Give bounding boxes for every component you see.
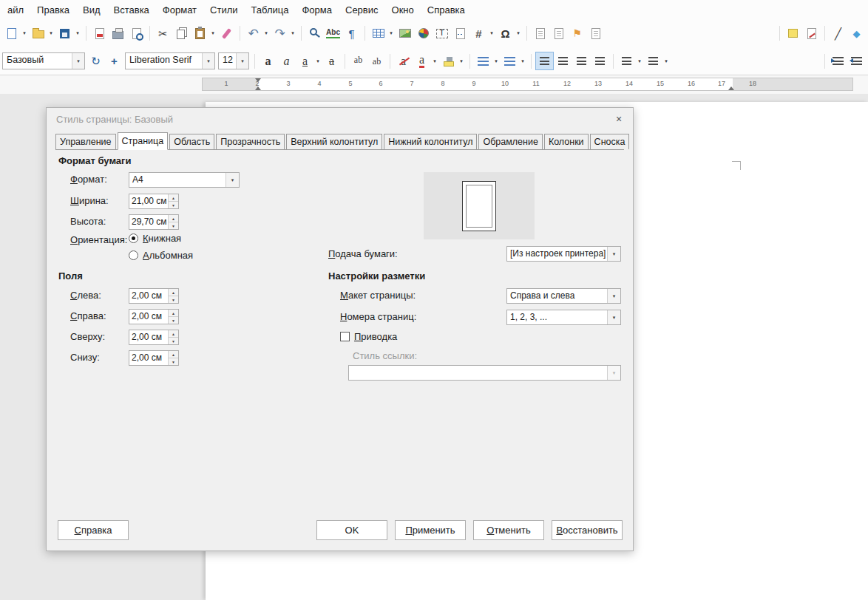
copy-button[interactable] bbox=[172, 24, 191, 43]
first-line-indent-marker[interactable] bbox=[255, 78, 261, 82]
ok-button[interactable]: OK bbox=[316, 520, 387, 540]
highlight-color-button[interactable] bbox=[439, 52, 458, 70]
insert-chart-button[interactable] bbox=[414, 24, 433, 43]
tab-borders[interactable]: Обрамление bbox=[478, 134, 542, 149]
insert-textbox-button[interactable]: T bbox=[433, 24, 451, 43]
update-style-button[interactable]: ↻ bbox=[87, 52, 105, 70]
clone-formatting-button[interactable] bbox=[217, 24, 236, 43]
spin-up-button[interactable]: ▲ bbox=[169, 194, 178, 202]
bullet-list-dropdown[interactable]: ▾ bbox=[492, 52, 500, 70]
highlight-color-dropdown[interactable]: ▾ bbox=[458, 52, 465, 70]
paper-tray-select-arrow[interactable]: ▾ bbox=[607, 247, 620, 261]
page-numbers-select-arrow[interactable]: ▾ bbox=[607, 310, 620, 324]
font-size-combo[interactable]: 12 ▾ bbox=[218, 52, 249, 69]
menu-file[interactable]: айл bbox=[1, 0, 30, 19]
spin-down-button[interactable]: ▼ bbox=[169, 296, 178, 303]
insert-comment-button[interactable] bbox=[784, 24, 802, 43]
bold-button[interactable]: а bbox=[259, 52, 277, 70]
insert-table-button[interactable] bbox=[369, 24, 387, 43]
insert-field-dropdown[interactable]: ▾ bbox=[488, 24, 495, 43]
strikethrough-button[interactable]: а bbox=[322, 52, 341, 70]
spin-up-button[interactable]: ▲ bbox=[169, 351, 178, 358]
paste-button[interactable] bbox=[191, 24, 209, 43]
font-color-dropdown[interactable]: ▾ bbox=[431, 52, 438, 70]
spelling-button[interactable]: Abc bbox=[324, 24, 342, 43]
menu-styles[interactable]: Стили bbox=[203, 0, 244, 19]
margin-right-spinner[interactable]: 2,00 см ▲▼ bbox=[129, 309, 179, 324]
decrease-indent-button[interactable] bbox=[847, 52, 866, 70]
insert-field-button[interactable]: # bbox=[469, 24, 488, 43]
clear-formatting-button[interactable]: а bbox=[394, 52, 413, 70]
spin-down-button[interactable]: ▼ bbox=[169, 317, 178, 324]
right-indent-marker[interactable] bbox=[728, 86, 734, 90]
insert-special-character-dropdown[interactable]: ▾ bbox=[515, 24, 522, 43]
paper-tray-select[interactable]: [Из настроек принтера] ▾ bbox=[506, 246, 621, 262]
margin-left-spinner[interactable]: 2,00 см ▲▼ bbox=[129, 288, 179, 304]
track-changes-button[interactable] bbox=[802, 24, 821, 43]
margin-bottom-spinner[interactable]: 2,00 см ▲▼ bbox=[129, 350, 179, 366]
print-button[interactable] bbox=[109, 24, 127, 43]
numbered-list-dropdown[interactable]: ▾ bbox=[519, 52, 526, 70]
paragraph-spacing-dropdown[interactable]: ▾ bbox=[662, 52, 670, 70]
print-preview-button[interactable] bbox=[127, 24, 146, 43]
subscript-button[interactable]: ab bbox=[367, 52, 386, 70]
align-justify-button[interactable] bbox=[591, 52, 609, 70]
save-dropdown[interactable]: ▾ bbox=[74, 24, 81, 43]
menu-window[interactable]: Окно bbox=[385, 0, 421, 19]
insert-line-button[interactable]: ╱ bbox=[829, 24, 847, 43]
align-center-button[interactable] bbox=[554, 52, 572, 70]
undo-button[interactable]: ↶ bbox=[244, 24, 262, 43]
insert-cross-reference-button[interactable] bbox=[586, 24, 605, 43]
basic-shapes-button[interactable]: ◆ bbox=[847, 24, 866, 43]
tab-management[interactable]: Управление bbox=[55, 134, 116, 149]
cancel-button[interactable]: Отменить bbox=[473, 520, 544, 540]
insert-special-character-button[interactable]: Ω bbox=[496, 24, 515, 43]
font-size-dropdown[interactable]: ▾ bbox=[236, 53, 248, 69]
italic-button[interactable]: а bbox=[277, 52, 296, 70]
margin-top-spinner[interactable]: 2,00 см ▲▼ bbox=[129, 330, 179, 345]
open-dropdown[interactable]: ▾ bbox=[47, 24, 55, 43]
superscript-button[interactable]: ab bbox=[349, 52, 367, 70]
paper-format-select-arrow[interactable]: ▾ bbox=[226, 173, 239, 187]
menu-help[interactable]: Справка bbox=[421, 0, 472, 19]
height-spinner[interactable]: 29,70 см ▲▼ bbox=[129, 214, 179, 230]
find-replace-button[interactable] bbox=[305, 24, 324, 43]
increase-indent-button[interactable] bbox=[829, 52, 847, 70]
bullet-list-button[interactable] bbox=[474, 52, 492, 70]
paper-format-select[interactable]: A4 ▾ bbox=[129, 172, 240, 188]
page-numbers-select[interactable]: 1, 2, 3, ... ▾ bbox=[506, 310, 621, 325]
align-right-button[interactable] bbox=[572, 52, 591, 70]
insert-bookmark-button[interactable]: ⚑ bbox=[568, 24, 586, 43]
portrait-radio[interactable]: Книжная bbox=[129, 233, 181, 244]
new-document-dropdown[interactable]: ▾ bbox=[21, 24, 28, 43]
register-true-checkbox[interactable]: Приводка bbox=[340, 331, 397, 342]
spin-down-button[interactable]: ▼ bbox=[169, 338, 178, 344]
menu-tools[interactable]: Сервис bbox=[339, 0, 385, 19]
menu-table[interactable]: Таблица bbox=[245, 0, 296, 19]
spin-down-button[interactable]: ▼ bbox=[169, 202, 178, 208]
help-button[interactable]: Справка bbox=[58, 520, 129, 540]
spin-down-button[interactable]: ▼ bbox=[169, 358, 178, 365]
tab-columns[interactable]: Колонки bbox=[544, 134, 589, 149]
menu-edit[interactable]: Правка bbox=[30, 0, 76, 19]
spin-down-button[interactable]: ▼ bbox=[169, 222, 178, 229]
insert-footnote-button[interactable] bbox=[531, 24, 549, 43]
save-button[interactable] bbox=[55, 24, 74, 43]
new-document-button[interactable] bbox=[2, 24, 21, 43]
insert-endnote-button[interactable] bbox=[549, 24, 568, 43]
paragraph-spacing-button[interactable] bbox=[644, 52, 662, 70]
export-pdf-button[interactable] bbox=[90, 24, 109, 43]
reset-button[interactable]: Восстановить bbox=[552, 520, 623, 540]
menu-form[interactable]: Форма bbox=[295, 0, 339, 19]
page-layout-select-arrow[interactable]: ▾ bbox=[607, 289, 620, 303]
menu-insert[interactable]: Вставка bbox=[107, 0, 156, 19]
redo-dropdown[interactable]: ▾ bbox=[289, 24, 296, 43]
cut-button[interactable]: ✂ bbox=[154, 24, 172, 43]
apply-button[interactable]: Применить bbox=[395, 520, 466, 540]
font-name-dropdown[interactable]: ▾ bbox=[202, 53, 214, 69]
insert-table-dropdown[interactable]: ▾ bbox=[387, 24, 395, 43]
insert-page-break-button[interactable] bbox=[451, 24, 469, 43]
close-icon[interactable]: × bbox=[612, 112, 625, 126]
insert-image-button[interactable] bbox=[396, 24, 414, 43]
open-button[interactable] bbox=[29, 24, 47, 43]
